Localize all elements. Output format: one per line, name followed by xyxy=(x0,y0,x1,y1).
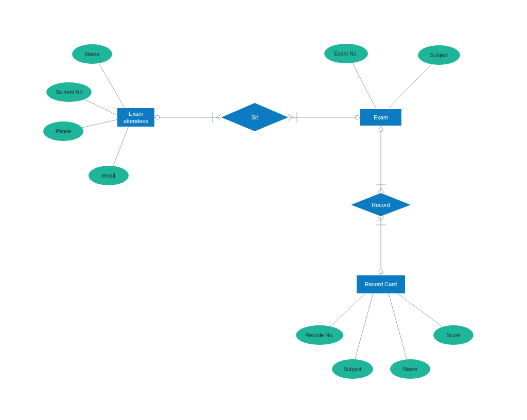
attr-label: Exam No. xyxy=(334,50,358,57)
attr-label: Subject xyxy=(343,366,361,372)
attr-label: Student No xyxy=(56,89,83,95)
svg-point-11 xyxy=(379,128,383,132)
attr-subject: Subject xyxy=(418,45,460,65)
relationship-label: Record xyxy=(372,202,390,208)
attr-label: email xyxy=(102,172,115,179)
entity-label: Exam attendees xyxy=(119,110,152,125)
svg-line-15 xyxy=(353,293,373,368)
svg-point-13 xyxy=(379,270,383,274)
attr-student-no: Student No xyxy=(46,82,92,102)
attr-label: Name xyxy=(85,51,99,57)
attr-label: Subject xyxy=(430,52,448,58)
attr-phone: Phone xyxy=(43,121,83,141)
entity-record-card: Record Card xyxy=(357,275,405,293)
entity-label: Exam xyxy=(374,114,388,121)
attr-label: Score xyxy=(446,332,460,338)
svg-line-16 xyxy=(389,293,409,368)
svg-point-9 xyxy=(355,115,359,119)
relationship-label: Sit xyxy=(252,114,258,120)
attr-label: Phone xyxy=(56,128,71,134)
attr-exam-no: Exam No. xyxy=(324,44,368,63)
rel-record: Record xyxy=(366,200,395,210)
attr-rc-name: Name xyxy=(390,359,430,379)
attr-label: Recode No. xyxy=(305,332,333,338)
rel-sit: Sit xyxy=(242,112,268,122)
svg-point-7 xyxy=(155,115,160,119)
attr-email: email xyxy=(89,166,129,185)
attr-recode-no: Recode No. xyxy=(296,325,343,345)
attr-label: Name xyxy=(403,366,417,372)
entity-label: Record Card xyxy=(365,281,397,288)
attr-name: Name xyxy=(72,44,112,64)
attr-rc-subject: Subject xyxy=(332,359,373,379)
entity-exam: Exam xyxy=(360,109,401,126)
entity-exam-attendees: Exam attendees xyxy=(117,108,154,127)
attr-score: Score xyxy=(433,325,473,345)
